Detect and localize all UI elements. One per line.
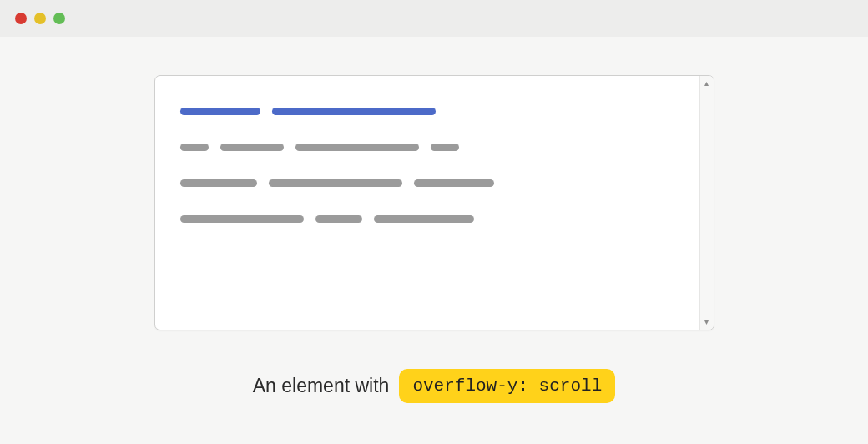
skeleton-bar — [374, 215, 474, 223]
scroll-panel: ▴ ▾ — [154, 75, 714, 330]
skeleton-bar — [295, 144, 419, 151]
window-titlebar — [0, 0, 868, 37]
skeleton-bar — [315, 215, 362, 223]
caption: An element with overflow-y: scroll — [253, 369, 615, 403]
minimize-icon[interactable] — [34, 13, 46, 24]
skeleton-row — [180, 215, 674, 223]
skeleton-bar — [180, 144, 209, 151]
code-chip: overflow-y: scroll — [399, 369, 615, 403]
skeleton-bar — [431, 144, 459, 151]
caption-prefix: An element with — [253, 375, 390, 397]
scroll-down-icon[interactable]: ▾ — [704, 318, 709, 326]
scrollbar[interactable]: ▴ ▾ — [699, 76, 714, 330]
skeleton-bar — [180, 179, 257, 187]
skeleton-bar — [180, 108, 260, 115]
close-icon[interactable] — [15, 13, 27, 24]
skeleton-bar — [220, 144, 284, 151]
skeleton-bar — [414, 179, 494, 187]
skeleton-bar — [269, 179, 402, 187]
skeleton-row — [180, 179, 674, 187]
scroll-up-icon[interactable]: ▴ — [704, 79, 709, 88]
skeleton-row — [180, 108, 674, 115]
stage: ▴ ▾ An element with overflow-y: scroll — [0, 37, 868, 403]
skeleton-bar — [272, 108, 436, 115]
skeleton-row — [180, 144, 674, 151]
zoom-icon[interactable] — [53, 13, 65, 24]
skeleton-bar — [180, 215, 304, 223]
panel-content — [155, 76, 699, 330]
